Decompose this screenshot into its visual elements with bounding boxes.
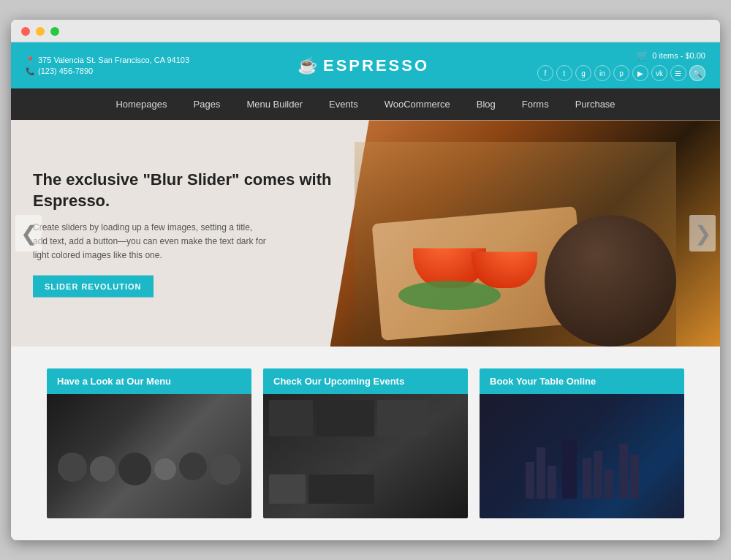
bar-1 xyxy=(526,462,534,499)
address-line: 📍 375 Valencia St. San Francisco, CA 941… xyxy=(26,56,189,64)
contact-info: 📍 375 Valencia St. San Francisco, CA 941… xyxy=(26,56,189,75)
bar-silhouette xyxy=(518,433,646,506)
nav-item-menu-builder[interactable]: Menu Builder xyxy=(233,88,316,120)
facebook-icon[interactable]: f xyxy=(537,65,553,81)
slider-revolution-button[interactable]: SLIDER REVOLUTION xyxy=(33,276,154,298)
phone-text: (123) 456-7890 xyxy=(38,67,93,75)
top-right: 🛒 0 items - $0.00 f t g in p ▶ vk ☰ 🔍 xyxy=(537,50,705,81)
slider-content: The exclusive "Blur Slider" comes with E… xyxy=(33,170,340,298)
events-card-header: Check Our Upcoming Events xyxy=(263,368,468,394)
menu-card-image xyxy=(47,394,251,518)
nav-item-blog[interactable]: Blog xyxy=(463,88,509,120)
search-icon[interactable]: 🔍 xyxy=(689,65,705,81)
events-card: Check Our Upcoming Events Lorem ipsum do… xyxy=(263,368,468,518)
logo-text: ESPRESSO xyxy=(323,56,429,75)
slider-next-button[interactable]: ❯ xyxy=(689,215,716,251)
events-decoration xyxy=(263,394,468,518)
google-plus-icon[interactable]: g xyxy=(575,65,591,81)
table-card-image xyxy=(480,394,684,518)
logo[interactable]: ☕ ESPRESSO xyxy=(298,56,429,75)
cart-info[interactable]: 🛒 0 items - $0.00 xyxy=(637,50,705,61)
slider-description: Create sliders by loading up a few image… xyxy=(33,220,267,262)
rss-icon[interactable]: ☰ xyxy=(670,65,686,81)
bar-2 xyxy=(537,447,545,499)
nav-item-pages[interactable]: Pages xyxy=(181,88,234,120)
phone-icon: 📞 xyxy=(26,67,34,75)
browser-chrome xyxy=(11,20,720,42)
dark-bowl xyxy=(545,215,676,347)
bar-8 xyxy=(619,444,628,499)
slider-prev-button[interactable]: ❮ xyxy=(15,215,42,251)
food-circle-5 xyxy=(179,453,207,480)
bar-5 xyxy=(583,458,591,499)
nav-item-homepages[interactable]: Homepages xyxy=(102,88,180,120)
slider-title: The exclusive "Blur Slider" comes with E… xyxy=(33,170,340,211)
nav-bar: Homepages Pages Menu Builder Events WooC… xyxy=(11,88,720,120)
address-text: 375 Valencia St. San Francisco, CA 94103 xyxy=(38,56,189,64)
table-decoration xyxy=(480,394,684,518)
food-circle-6 xyxy=(210,454,240,485)
events-card-image xyxy=(263,394,468,518)
event-img-3 xyxy=(377,400,428,436)
menu-food-decoration xyxy=(50,445,248,493)
top-bar: 📍 375 Valencia St. San Francisco, CA 941… xyxy=(11,42,720,88)
bar-6 xyxy=(594,451,602,499)
nav-item-events[interactable]: Events xyxy=(316,88,371,120)
event-img-4 xyxy=(269,474,306,504)
youtube-icon[interactable]: ▶ xyxy=(632,65,648,81)
bar-9 xyxy=(630,455,639,499)
table-card: Book Your Table Online xyxy=(480,368,684,518)
event-img-5 xyxy=(308,474,374,504)
vk-icon[interactable]: vk xyxy=(651,65,667,81)
cart-icon: 🛒 xyxy=(637,50,648,61)
nav-item-purchase[interactable]: Purchase xyxy=(562,88,629,120)
social-icons-row: f t g in p ▶ vk ☰ 🔍 xyxy=(537,65,705,81)
event-img-1 xyxy=(269,400,313,436)
cards-section: Have a Look at Our Menu Café owner Jim S… xyxy=(11,347,720,540)
logo-cup-icon: ☕ xyxy=(298,56,317,75)
pinterest-icon[interactable]: p xyxy=(613,65,629,81)
close-button[interactable] xyxy=(21,27,30,36)
nav-item-forms[interactable]: Forms xyxy=(509,88,562,120)
nav-item-woocommerce[interactable]: WooCommerce xyxy=(371,88,463,120)
table-card-header: Book Your Table Online xyxy=(480,368,684,394)
hero-slider: ❮ ❯ The exclusive "Blur Slider" comes wi… xyxy=(11,120,720,347)
menu-card-header: Have a Look at Our Menu xyxy=(47,368,251,394)
minimize-button[interactable] xyxy=(36,27,45,36)
cart-text: 0 items - $0.00 xyxy=(652,51,705,60)
maximize-button[interactable] xyxy=(50,27,59,36)
linkedin-icon[interactable]: in xyxy=(594,65,610,81)
event-img-2 xyxy=(316,400,374,436)
browser-window: 📍 375 Valencia St. San Francisco, CA 941… xyxy=(11,20,720,540)
twitter-icon[interactable]: t xyxy=(556,65,572,81)
menu-card: Have a Look at Our Menu Café owner Jim S… xyxy=(47,368,251,518)
food-circle-1 xyxy=(58,453,87,482)
food-circle-4 xyxy=(154,458,176,480)
food-circle-2 xyxy=(90,456,115,482)
location-icon: 📍 xyxy=(26,56,34,64)
bar-4 xyxy=(562,440,577,499)
food-circle-3 xyxy=(118,453,151,485)
bar-3 xyxy=(548,466,556,499)
bar-7 xyxy=(605,469,613,499)
food-image xyxy=(355,142,676,347)
phone-line: 📞 (123) 456-7890 xyxy=(26,67,189,75)
